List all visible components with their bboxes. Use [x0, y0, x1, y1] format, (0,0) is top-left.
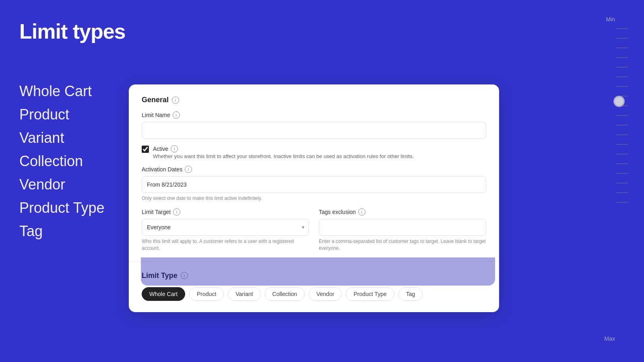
- limit-name-info-icon[interactable]: i: [173, 111, 180, 119]
- activation-dates-info-icon[interactable]: i: [185, 166, 192, 173]
- active-checkbox-row: Active i Whether you want this limit to …: [142, 145, 486, 159]
- active-label: Active i: [153, 145, 414, 152]
- activation-dates-label: Activation Dates i: [142, 166, 486, 173]
- scrollbar-line: [617, 38, 628, 39]
- active-checkbox[interactable]: [142, 146, 149, 153]
- general-section: General i Limit Name i Active i Whether …: [129, 84, 499, 261]
- tags-exclusion-col: Tags exclusion i Enter a comma-separated…: [319, 208, 486, 252]
- limit-target-label: Limit Target i: [142, 208, 309, 216]
- active-info-icon[interactable]: i: [171, 145, 178, 152]
- limit-name-label: Limit Name i: [142, 111, 486, 119]
- tags-exclusion-input[interactable]: [319, 219, 486, 236]
- scrollbar-line: [617, 115, 628, 116]
- page-title: Limit types: [19, 19, 126, 43]
- scrollbar-line: [617, 76, 628, 77]
- limit-type-tags: Whole Cart Product Variant Collection Ve…: [142, 287, 486, 301]
- scrollbar-line: [617, 154, 628, 154]
- scrollbar-line: [617, 86, 628, 87]
- type-tag-collection[interactable]: Collection: [265, 287, 305, 301]
- scrollbar-thumb[interactable]: [613, 96, 625, 107]
- limit-target-hint: Who this limit will apply to. A customer…: [142, 238, 309, 252]
- scrollbar-line: [617, 67, 628, 68]
- type-tag-variant[interactable]: Variant: [228, 287, 260, 301]
- scrollbar-line: [617, 192, 628, 193]
- type-tag-whole-cart[interactable]: Whole Cart: [142, 287, 185, 301]
- tags-exclusion-label: Tags exclusion i: [319, 208, 486, 216]
- sidebar-item-whole-cart[interactable]: Whole Cart: [19, 80, 104, 102]
- card-shadow: [141, 257, 495, 286]
- type-tag-tag[interactable]: Tag: [398, 287, 423, 301]
- scrollbar-line: [617, 144, 628, 145]
- sidebar-item-vendor[interactable]: Vendor: [19, 174, 104, 195]
- limit-target-info-icon[interactable]: i: [173, 208, 180, 216]
- type-tag-product-type[interactable]: Product Type: [346, 287, 394, 301]
- activation-dates-hint: Only select one date to make this limit …: [142, 195, 486, 201]
- scrollbar-line: [617, 173, 628, 174]
- limit-name-input[interactable]: [142, 122, 486, 139]
- two-col-row: Limit Target i Everyone Customers Only G…: [142, 208, 486, 252]
- scrollbar-line: [617, 202, 628, 203]
- sidebar-nav: Whole Cart Product Variant Collection Ve…: [19, 80, 104, 242]
- type-tag-vendor[interactable]: Vendor: [309, 287, 342, 301]
- sidebar-item-variant[interactable]: Variant: [19, 127, 104, 149]
- active-label-group: Active i Whether you want this limit to …: [153, 145, 414, 159]
- general-section-header: General i: [142, 96, 486, 104]
- scrollbar-lines: [617, 28, 628, 203]
- general-title: General: [142, 96, 169, 104]
- scrollbar-line: [617, 47, 628, 48]
- scrollbar-min-label: Min: [606, 16, 615, 23]
- limit-target-select[interactable]: Everyone Customers Only Guests Only: [142, 219, 309, 236]
- general-info-icon[interactable]: i: [172, 97, 179, 104]
- scrollbar-max-label: Max: [605, 335, 615, 342]
- sidebar-item-collection[interactable]: Collection: [19, 150, 104, 172]
- scrollbar-line: [617, 125, 628, 125]
- scrollbar-track: Min Max: [626, 12, 634, 350]
- tags-exclusion-hint: Enter a comma-separated list of customer…: [319, 238, 486, 252]
- sidebar-item-product[interactable]: Product: [19, 104, 104, 125]
- type-tag-product[interactable]: Product: [189, 287, 224, 301]
- scrollbar-line: [617, 57, 628, 58]
- active-desc: Whether you want this limit to affect yo…: [153, 153, 414, 159]
- scrollbar-line: [617, 183, 628, 183]
- sidebar-item-tag[interactable]: Tag: [19, 220, 104, 242]
- limit-target-select-wrapper: Everyone Customers Only Guests Only ▾: [142, 219, 309, 236]
- tags-exclusion-info-icon[interactable]: i: [358, 208, 365, 216]
- scrollbar-line: [617, 163, 628, 164]
- sidebar-item-product-type[interactable]: Product Type: [19, 197, 104, 219]
- scrollbar-line: [617, 28, 628, 29]
- activation-dates-input[interactable]: [142, 176, 486, 193]
- limit-target-col: Limit Target i Everyone Customers Only G…: [142, 208, 309, 252]
- scrollbar-line: [617, 134, 628, 135]
